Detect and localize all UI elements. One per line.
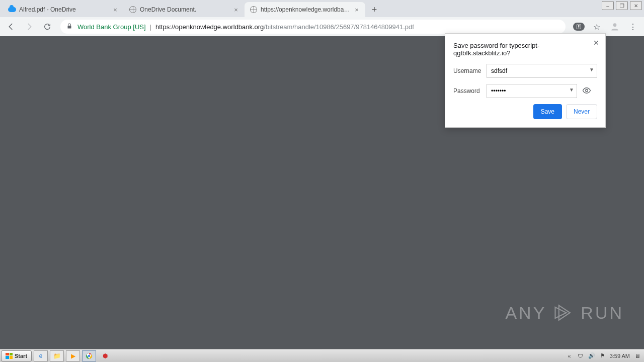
new-tab-button[interactable]: + [367, 3, 381, 17]
tab-2[interactable]: https://openknowledge.worldbank.o × [245, 2, 365, 17]
lock-icon [66, 23, 73, 31]
watermark: ANY RUN [505, 302, 624, 324]
never-button[interactable]: Never [566, 104, 597, 119]
popup-close-button[interactable]: ✕ [591, 38, 601, 48]
close-window-button[interactable]: ✕ [630, 1, 642, 10]
url-host: https://openknowledge.worldbank.org [155, 23, 264, 31]
svg-point-1 [586, 89, 588, 92]
forward-button[interactable] [21, 19, 37, 35]
system-tray: « 🛡 🔊 ⚑ 3:59 AM 🖥 [566, 352, 643, 360]
svg-point-3 [88, 354, 91, 357]
bookmark-star-icon[interactable]: ☆ [589, 19, 605, 35]
taskbar-app[interactable]: ⬢ [98, 350, 112, 361]
minimize-button[interactable]: – [602, 1, 614, 10]
popup-title: Save password for typescript-qgtbfk.stac… [453, 42, 597, 57]
ev-cert-label: World Bank Group [US] [77, 23, 146, 31]
tab-1[interactable]: OneDrive Document. × [124, 2, 245, 17]
svg-point-0 [613, 23, 617, 27]
tab-strip: Alfred.pdf - OneDrive × OneDrive Documen… [0, 0, 644, 17]
back-button[interactable] [3, 19, 19, 35]
watermark-text-right: RUN [581, 303, 624, 323]
save-password-popup: ✕ Save password for typescript-qgtbfk.st… [445, 33, 606, 128]
globe-icon [129, 6, 137, 14]
menu-icon[interactable]: ⋮ [625, 19, 641, 35]
username-input[interactable] [487, 64, 597, 78]
tab-label: https://openknowledge.worldbank.o [261, 6, 353, 13]
username-label: Username [453, 67, 487, 74]
tray-volume-icon[interactable]: 🔊 [588, 352, 596, 360]
tray-shield-icon[interactable]: 🛡 [577, 352, 585, 360]
tray-monitor-icon[interactable]: 🖥 [633, 352, 641, 360]
taskbar-chrome[interactable] [82, 350, 96, 361]
tab-label: OneDrive Document. [140, 6, 232, 13]
tab-close-icon[interactable]: × [232, 6, 239, 13]
taskbar: Start e 📁 ▶ ⬢ « 🛡 🔊 ⚑ 3:59 AM 🖥 [0, 349, 644, 362]
globe-icon [250, 6, 258, 14]
separator: | [150, 23, 151, 31]
taskbar-clock[interactable]: 3:59 AM [610, 353, 630, 359]
url-path: /bitstream/handle/10986/25697/9781464809… [264, 23, 414, 31]
taskbar-media[interactable]: ▶ [66, 350, 80, 361]
onedrive-icon [8, 6, 16, 14]
reveal-password-icon[interactable] [582, 86, 593, 97]
password-label: Password [453, 87, 487, 95]
play-icon [552, 302, 575, 324]
password-key-icon[interactable]: ⚿ [571, 19, 587, 35]
save-button[interactable]: Save [533, 104, 562, 119]
tab-close-icon[interactable]: × [353, 6, 360, 13]
profile-avatar-icon[interactable] [607, 19, 623, 35]
start-label: Start [15, 353, 27, 359]
password-input[interactable] [487, 84, 577, 98]
address-bar[interactable]: World Bank Group [US] | https://openknow… [60, 20, 566, 34]
windows-logo-icon [6, 353, 13, 359]
tray-flag-icon[interactable]: ⚑ [599, 352, 607, 360]
tab-close-icon[interactable]: × [112, 6, 119, 13]
tab-label: Alfred.pdf - OneDrive [19, 6, 112, 13]
taskbar-explorer[interactable]: 📁 [50, 350, 64, 361]
maximize-button[interactable]: ❐ [616, 1, 628, 10]
tray-expand-icon[interactable]: « [566, 352, 574, 360]
taskbar-ie[interactable]: e [34, 350, 48, 361]
tab-0[interactable]: Alfred.pdf - OneDrive × [3, 2, 124, 17]
watermark-text-left: ANY [505, 303, 546, 323]
start-button[interactable]: Start [1, 350, 32, 361]
reload-button[interactable] [39, 19, 55, 35]
